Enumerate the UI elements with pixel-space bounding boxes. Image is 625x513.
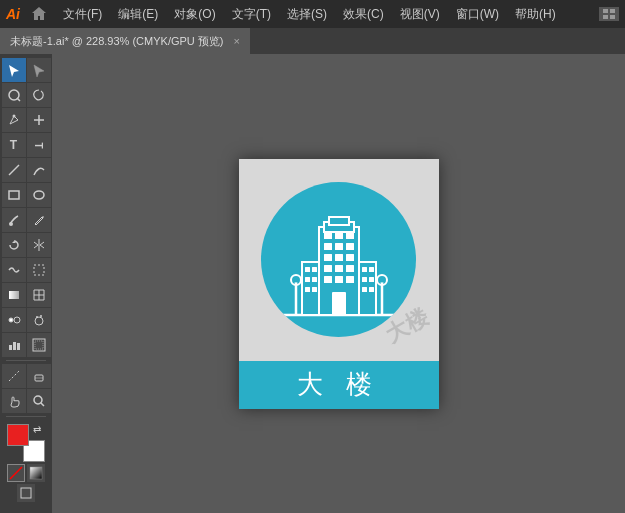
svg-point-11 — [34, 191, 44, 199]
svg-rect-54 — [335, 265, 343, 272]
ellipse-tool[interactable] — [27, 183, 51, 207]
svg-rect-0 — [603, 9, 608, 13]
menu-view[interactable]: 视图(V) — [393, 4, 447, 25]
mesh-tool[interactable] — [27, 283, 51, 307]
tool-group-shape — [0, 158, 52, 182]
tool-group-rect — [0, 183, 52, 207]
svg-rect-23 — [17, 343, 20, 350]
column-chart-tool[interactable] — [2, 333, 26, 357]
artboard-tool[interactable] — [27, 333, 51, 357]
svg-point-19 — [36, 316, 38, 318]
lasso-tool[interactable] — [27, 83, 51, 107]
title-bar: Ai 文件(F) 编辑(E) 对象(O) 文字(T) 选择(S) 效果(C) 视… — [0, 0, 625, 28]
reflect-tool[interactable] — [27, 233, 51, 257]
tool-group-gradient — [0, 283, 52, 307]
svg-rect-21 — [9, 345, 12, 350]
pencil-tool[interactable] — [27, 208, 51, 232]
direct-select-tool[interactable] — [27, 58, 51, 82]
svg-rect-71 — [362, 287, 367, 292]
rotate-tool[interactable] — [2, 233, 26, 257]
color-mode-row — [7, 464, 45, 482]
gradient-tool[interactable] — [2, 283, 26, 307]
svg-rect-44 — [324, 232, 332, 239]
active-tab[interactable]: 未标题-1.ai* @ 228.93% (CMYK/GPU 预览) × — [0, 28, 250, 54]
change-screen-mode[interactable] — [17, 484, 35, 502]
svg-rect-53 — [324, 265, 332, 272]
tool-group-hand — [0, 389, 52, 413]
menu-window[interactable]: 窗口(W) — [449, 4, 506, 25]
tool-divider — [6, 360, 46, 361]
foreground-color-box[interactable] — [7, 424, 29, 446]
svg-rect-68 — [369, 267, 374, 272]
tool-divider-2 — [6, 416, 46, 417]
arc-tool[interactable] — [27, 158, 51, 182]
svg-rect-49 — [346, 243, 354, 250]
svg-point-37 — [293, 278, 298, 283]
color-section: ⇄ — [0, 420, 52, 506]
tool-group-brush — [0, 208, 52, 232]
vertical-type-icon: T — [33, 142, 44, 148]
zoom-tool[interactable] — [27, 389, 51, 413]
tab-title: 未标题-1.ai* @ 228.93% (CMYK/GPU 预览) — [10, 34, 224, 49]
gradient-box[interactable] — [27, 464, 45, 482]
menu-edit[interactable]: 编辑(E) — [111, 4, 165, 25]
slice-tool[interactable] — [2, 364, 26, 388]
view-mode-row — [17, 484, 35, 502]
app-logo: Ai — [6, 6, 20, 22]
svg-rect-2 — [603, 15, 608, 19]
select-tool[interactable] — [2, 58, 26, 82]
rect-tool[interactable] — [2, 183, 26, 207]
vertical-type-tool[interactable]: T — [27, 133, 51, 157]
line-tool[interactable] — [2, 158, 26, 182]
hand-tool[interactable] — [2, 389, 26, 413]
magic-wand-tool[interactable] — [2, 83, 26, 107]
canvas-area: 大楼 — [52, 54, 625, 513]
eraser-tool[interactable] — [27, 364, 51, 388]
svg-point-20 — [40, 315, 42, 317]
tab-close-button[interactable]: × — [234, 35, 240, 47]
tool-group-lasso — [0, 83, 52, 107]
menu-select[interactable]: 选择(S) — [280, 4, 334, 25]
blend-tool[interactable] — [2, 308, 26, 332]
svg-point-18 — [35, 317, 43, 325]
svg-rect-1 — [610, 9, 615, 13]
menu-help[interactable]: 帮助(H) — [508, 4, 563, 25]
svg-rect-50 — [324, 254, 332, 261]
paintbrush-tool[interactable] — [2, 208, 26, 232]
home-icon[interactable] — [30, 5, 48, 23]
menu-object[interactable]: 对象(O) — [167, 4, 222, 25]
toolbar: T T — [0, 54, 52, 513]
menu-bar: 文件(F) 编辑(E) 对象(O) 文字(T) 选择(S) 效果(C) 视图(V… — [56, 4, 563, 25]
swap-colors-icon[interactable]: ⇄ — [33, 424, 45, 436]
main-layout: T T — [0, 54, 625, 513]
menu-effect[interactable]: 效果(C) — [336, 4, 391, 25]
tool-group-slice — [0, 364, 52, 388]
svg-point-6 — [12, 115, 15, 118]
menu-type[interactable]: 文字(T) — [225, 4, 278, 25]
svg-rect-73 — [332, 292, 346, 315]
free-transform-tool[interactable] — [27, 258, 51, 282]
pen-tool[interactable] — [2, 108, 26, 132]
circle-background — [261, 182, 416, 337]
menu-file[interactable]: 文件(F) — [56, 4, 109, 25]
tool-group-transform — [0, 233, 52, 257]
svg-rect-15 — [9, 291, 19, 299]
add-anchor-tool[interactable] — [27, 108, 51, 132]
label-bar: 大 楼 — [239, 361, 439, 409]
color-boxes[interactable]: ⇄ — [7, 424, 45, 462]
tool-group-select — [0, 58, 52, 82]
svg-rect-33 — [21, 488, 31, 498]
svg-rect-62 — [305, 277, 310, 282]
svg-rect-10 — [9, 191, 19, 199]
tab-bar: 未标题-1.ai* @ 228.93% (CMYK/GPU 预览) × — [0, 28, 625, 54]
svg-rect-14 — [34, 265, 44, 275]
svg-rect-46 — [346, 232, 354, 239]
grid-view-button[interactable] — [599, 7, 619, 21]
svg-rect-70 — [369, 277, 374, 282]
symbol-sprayer-tool[interactable] — [27, 308, 51, 332]
no-color-box[interactable] — [7, 464, 25, 482]
svg-rect-58 — [346, 276, 354, 283]
type-tool[interactable]: T — [2, 133, 26, 157]
warp-tool[interactable] — [2, 258, 26, 282]
image-area: 大楼 — [239, 159, 439, 361]
